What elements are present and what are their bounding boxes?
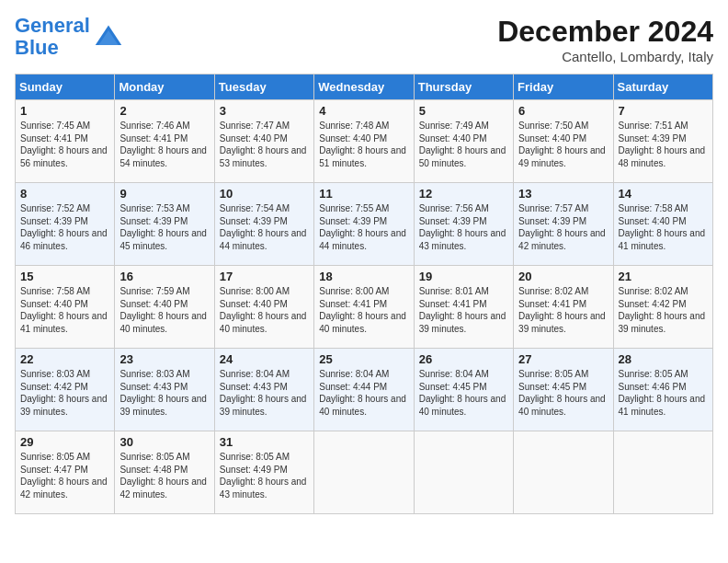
- calendar-cell: [414, 431, 513, 514]
- calendar-cell: 5Sunrise: 7:49 AMSunset: 4:40 PMDaylight…: [414, 100, 513, 183]
- day-number: 15: [20, 270, 109, 283]
- cell-info: Sunrise: 8:04 AMSunset: 4:44 PMDaylight:…: [319, 368, 408, 418]
- day-number: 2: [119, 104, 209, 118]
- calendar-table: SundayMondayTuesdayWednesdayThursdayFrid…: [15, 74, 713, 514]
- day-number: 27: [518, 352, 608, 366]
- cell-info: Sunrise: 7:47 AMSunset: 4:40 PMDaylight:…: [220, 120, 309, 169]
- calendar-cell: 15Sunrise: 7:58 AMSunset: 4:40 PMDayligh…: [16, 266, 115, 349]
- calendar-cell: 27Sunrise: 8:05 AMSunset: 4:45 PMDayligh…: [514, 349, 613, 431]
- cell-info: Sunrise: 8:05 AMSunset: 4:49 PMDaylight:…: [220, 451, 309, 500]
- day-number: 25: [319, 352, 408, 366]
- cell-info: Sunrise: 8:02 AMSunset: 4:41 PMDaylight:…: [518, 285, 608, 335]
- day-number: 3: [220, 104, 309, 118]
- calendar-cell: 9Sunrise: 7:53 AMSunset: 4:39 PMDaylight…: [115, 183, 214, 266]
- title-area: December 2024 Cantello, Lombardy, Italy: [497, 15, 713, 64]
- weekday-header-tuesday: Tuesday: [214, 75, 313, 100]
- logo-line1: General: [15, 14, 90, 37]
- calendar-cell: 6Sunrise: 7:50 AMSunset: 4:40 PMDaylight…: [514, 100, 613, 183]
- calendar-cell: 17Sunrise: 8:00 AMSunset: 4:40 PMDayligh…: [214, 266, 313, 349]
- day-number: 1: [20, 104, 109, 118]
- cell-info: Sunrise: 8:04 AMSunset: 4:45 PMDaylight:…: [419, 368, 508, 418]
- day-number: 13: [518, 187, 608, 201]
- calendar-cell: 21Sunrise: 8:02 AMSunset: 4:42 PMDayligh…: [613, 266, 712, 349]
- calendar-cell: 11Sunrise: 7:55 AMSunset: 4:39 PMDayligh…: [314, 183, 414, 266]
- calendar-cell: 31Sunrise: 8:05 AMSunset: 4:49 PMDayligh…: [214, 431, 313, 514]
- day-number: 18: [319, 270, 408, 283]
- calendar-cell: 24Sunrise: 8:04 AMSunset: 4:43 PMDayligh…: [214, 349, 313, 431]
- calendar-cell: 2Sunrise: 7:46 AMSunset: 4:41 PMDaylight…: [115, 100, 214, 183]
- calendar-cell: 8Sunrise: 7:52 AMSunset: 4:39 PMDaylight…: [16, 183, 115, 266]
- weekday-header-row: SundayMondayTuesdayWednesdayThursdayFrid…: [16, 75, 713, 100]
- calendar-cell: 20Sunrise: 8:02 AMSunset: 4:41 PMDayligh…: [514, 266, 613, 349]
- calendar-cell: 19Sunrise: 8:01 AMSunset: 4:41 PMDayligh…: [414, 266, 513, 349]
- calendar-cell: 29Sunrise: 8:05 AMSunset: 4:47 PMDayligh…: [16, 431, 115, 514]
- calendar-cell: 22Sunrise: 8:03 AMSunset: 4:42 PMDayligh…: [16, 349, 115, 431]
- cell-info: Sunrise: 8:02 AMSunset: 4:42 PMDaylight:…: [619, 285, 708, 335]
- calendar-cell: 25Sunrise: 8:04 AMSunset: 4:44 PMDayligh…: [314, 349, 414, 431]
- weekday-header-friday: Friday: [514, 75, 613, 100]
- day-number: 16: [119, 270, 209, 283]
- calendar-cell: 26Sunrise: 8:04 AMSunset: 4:45 PMDayligh…: [414, 349, 513, 431]
- calendar-cell: 4Sunrise: 7:48 AMSunset: 4:40 PMDaylight…: [314, 100, 414, 183]
- weekday-header-wednesday: Wednesday: [314, 75, 414, 100]
- calendar-week-row: 29Sunrise: 8:05 AMSunset: 4:47 PMDayligh…: [16, 431, 713, 514]
- day-number: 11: [319, 187, 408, 201]
- cell-info: Sunrise: 8:01 AMSunset: 4:41 PMDaylight:…: [419, 285, 508, 335]
- cell-info: Sunrise: 8:04 AMSunset: 4:43 PMDaylight:…: [220, 368, 309, 418]
- cell-info: Sunrise: 7:57 AMSunset: 4:39 PMDaylight:…: [518, 202, 608, 252]
- calendar-cell: 30Sunrise: 8:05 AMSunset: 4:48 PMDayligh…: [115, 431, 214, 514]
- cell-info: Sunrise: 8:05 AMSunset: 4:47 PMDaylight:…: [20, 451, 109, 500]
- calendar-cell: 10Sunrise: 7:54 AMSunset: 4:39 PMDayligh…: [214, 183, 313, 266]
- logo: General Blue: [15, 15, 123, 59]
- cell-info: Sunrise: 7:56 AMSunset: 4:39 PMDaylight:…: [419, 202, 508, 252]
- calendar-cell: 18Sunrise: 8:00 AMSunset: 4:41 PMDayligh…: [314, 266, 414, 349]
- calendar-week-row: 1Sunrise: 7:45 AMSunset: 4:41 PMDaylight…: [16, 100, 713, 183]
- cell-info: Sunrise: 7:45 AMSunset: 4:41 PMDaylight:…: [20, 120, 109, 169]
- day-number: 29: [20, 435, 109, 449]
- calendar-cell: [514, 431, 613, 514]
- calendar-week-row: 22Sunrise: 8:03 AMSunset: 4:42 PMDayligh…: [16, 349, 713, 431]
- day-number: 24: [220, 352, 309, 366]
- calendar-cell: 23Sunrise: 8:03 AMSunset: 4:43 PMDayligh…: [115, 349, 214, 431]
- calendar-cell: 28Sunrise: 8:05 AMSunset: 4:46 PMDayligh…: [613, 349, 712, 431]
- cell-info: Sunrise: 8:00 AMSunset: 4:41 PMDaylight:…: [319, 285, 408, 335]
- weekday-header-thursday: Thursday: [414, 75, 513, 100]
- cell-info: Sunrise: 7:55 AMSunset: 4:39 PMDaylight:…: [319, 202, 408, 252]
- day-number: 30: [119, 435, 209, 449]
- calendar-cell: 14Sunrise: 7:58 AMSunset: 4:40 PMDayligh…: [613, 183, 712, 266]
- cell-info: Sunrise: 7:51 AMSunset: 4:39 PMDaylight:…: [619, 120, 708, 169]
- calendar-cell: 7Sunrise: 7:51 AMSunset: 4:39 PMDaylight…: [613, 100, 712, 183]
- cell-info: Sunrise: 8:05 AMSunset: 4:46 PMDaylight:…: [619, 368, 708, 418]
- day-number: 19: [419, 270, 508, 283]
- day-number: 31: [220, 435, 309, 449]
- day-number: 8: [20, 187, 109, 201]
- calendar-cell: [613, 431, 712, 514]
- cell-info: Sunrise: 7:49 AMSunset: 4:40 PMDaylight:…: [419, 120, 508, 169]
- day-number: 7: [619, 104, 708, 118]
- calendar-cell: 1Sunrise: 7:45 AMSunset: 4:41 PMDaylight…: [16, 100, 115, 183]
- cell-info: Sunrise: 7:54 AMSunset: 4:39 PMDaylight:…: [220, 202, 309, 252]
- calendar-cell: 13Sunrise: 7:57 AMSunset: 4:39 PMDayligh…: [514, 183, 613, 266]
- logo-icon: [94, 22, 123, 52]
- cell-info: Sunrise: 8:05 AMSunset: 4:48 PMDaylight:…: [119, 451, 209, 500]
- day-number: 20: [518, 270, 608, 283]
- calendar-week-row: 8Sunrise: 7:52 AMSunset: 4:39 PMDaylight…: [16, 183, 713, 266]
- weekday-header-sunday: Sunday: [16, 75, 115, 100]
- cell-info: Sunrise: 8:00 AMSunset: 4:40 PMDaylight:…: [220, 285, 309, 335]
- day-number: 26: [419, 352, 508, 366]
- cell-info: Sunrise: 8:03 AMSunset: 4:42 PMDaylight:…: [20, 368, 109, 418]
- weekday-header-monday: Monday: [115, 75, 214, 100]
- cell-info: Sunrise: 7:58 AMSunset: 4:40 PMDaylight:…: [20, 285, 109, 335]
- header: General Blue December 2024 Cantello, Lom…: [15, 15, 713, 64]
- cell-info: Sunrise: 7:59 AMSunset: 4:40 PMDaylight:…: [119, 285, 209, 335]
- calendar-cell: 12Sunrise: 7:56 AMSunset: 4:39 PMDayligh…: [414, 183, 513, 266]
- calendar-cell: 16Sunrise: 7:59 AMSunset: 4:40 PMDayligh…: [115, 266, 214, 349]
- calendar-week-row: 15Sunrise: 7:58 AMSunset: 4:40 PMDayligh…: [16, 266, 713, 349]
- day-number: 10: [220, 187, 309, 201]
- cell-info: Sunrise: 7:46 AMSunset: 4:41 PMDaylight:…: [119, 120, 209, 169]
- day-number: 22: [20, 352, 109, 366]
- day-number: 12: [419, 187, 508, 201]
- cell-info: Sunrise: 7:52 AMSunset: 4:39 PMDaylight:…: [20, 202, 109, 252]
- cell-info: Sunrise: 8:03 AMSunset: 4:43 PMDaylight:…: [119, 368, 209, 418]
- day-number: 9: [119, 187, 209, 201]
